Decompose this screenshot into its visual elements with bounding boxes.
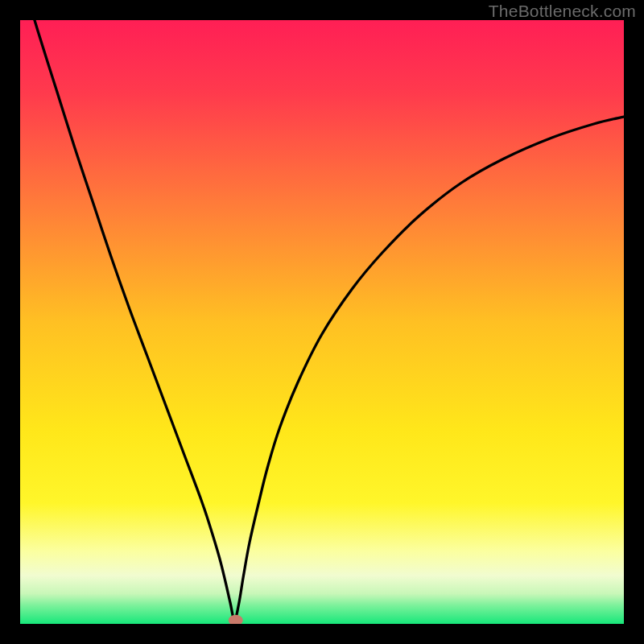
watermark-text: TheBottleneck.com xyxy=(489,2,636,21)
gradient-background xyxy=(20,20,624,624)
plot-area xyxy=(20,20,624,624)
outer-frame: TheBottleneck.com xyxy=(0,0,644,644)
chart-canvas xyxy=(20,20,624,624)
